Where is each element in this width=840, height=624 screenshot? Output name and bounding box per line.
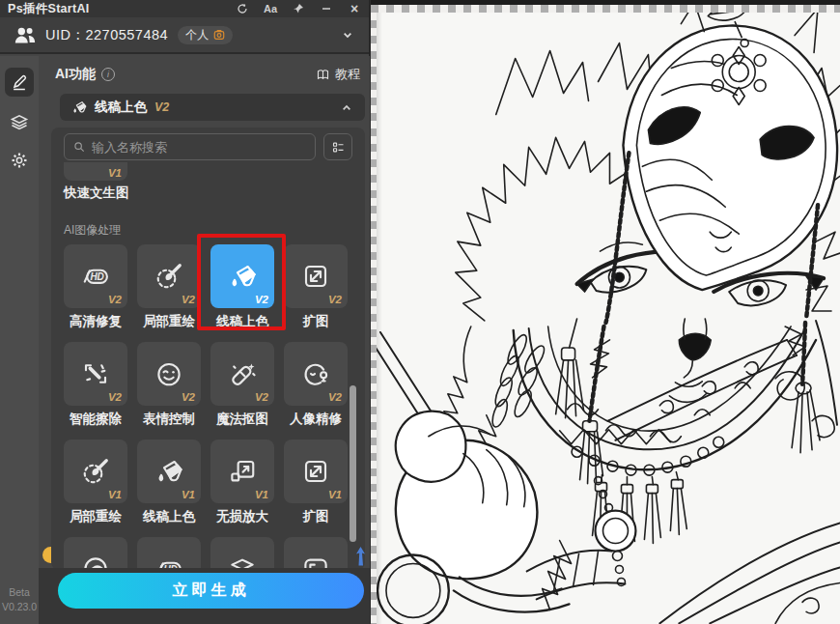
tool-label: 智能擦除 bbox=[64, 411, 127, 428]
cursor-arrow-icon bbox=[354, 546, 367, 567]
enlarge-icon bbox=[228, 457, 257, 486]
search-icon bbox=[72, 140, 86, 154]
uid-label: UID： bbox=[45, 26, 85, 44]
tool-smart-erase-v2[interactable]: V2 bbox=[64, 342, 127, 406]
panel-content: AI功能 i 教程 线稿上色 V2 bbox=[39, 56, 370, 624]
version-label: V0.23.0 bbox=[0, 600, 39, 614]
info-icon[interactable]: i bbox=[101, 68, 115, 81]
tool-magic-cutout-v2[interactable]: V2 bbox=[210, 342, 274, 406]
tool-inpaint-v1[interactable]: V1 bbox=[64, 440, 127, 503]
collapse-header-lineart[interactable]: 线稿上色 V2 bbox=[60, 94, 365, 121]
tool-cell-outpaint-v2: V2扩图 bbox=[284, 244, 348, 330]
uid-value: 2270557484 bbox=[85, 27, 168, 43]
bottom-bar: 立即生成 bbox=[39, 568, 370, 624]
tutorial-label: 教程 bbox=[335, 66, 360, 83]
minimize-icon[interactable] bbox=[320, 2, 333, 15]
tool-expression-v2[interactable]: V2 bbox=[137, 342, 201, 406]
list-view-toggle[interactable] bbox=[323, 133, 352, 160]
section-title: AI功能 bbox=[55, 66, 96, 83]
font-size-icon[interactable]: Aa bbox=[264, 2, 277, 15]
tool-layers-tool[interactable] bbox=[210, 537, 274, 570]
account-type-badge[interactable]: 个人 bbox=[178, 26, 233, 44]
tool-cell-tone-tool bbox=[64, 537, 127, 570]
chevron-up-icon[interactable] bbox=[339, 100, 353, 115]
tool-hd-repair-v2[interactable]: HDV2 bbox=[64, 244, 127, 308]
tool-quick-t2i[interactable]: V1 bbox=[64, 162, 127, 181]
tool-label: 表情控制 bbox=[137, 411, 201, 428]
pin-icon[interactable] bbox=[292, 2, 305, 15]
generate-button[interactable]: 立即生成 bbox=[58, 573, 364, 609]
expand-icon bbox=[301, 262, 330, 291]
canvas-edge-shadow bbox=[377, 0, 382, 624]
version-badge: V2 bbox=[255, 391, 268, 403]
scrollbar-thumb[interactable] bbox=[350, 385, 356, 542]
tool-lineart-color-v2[interactable]: V2 bbox=[210, 244, 274, 308]
transparency-checker-left bbox=[371, 5, 377, 624]
tools-panel: V1 快速文生图 AI图像处理 HDV2高清修复V2局部重绘V2线稿上色V2扩图… bbox=[51, 128, 365, 570]
titlebar: Ps插件StartAI Aa × bbox=[0, 0, 369, 17]
section-label-image-processing: AI图像处理 bbox=[64, 222, 121, 239]
paint-bucket-icon bbox=[71, 99, 87, 115]
chevron-down-icon[interactable] bbox=[340, 27, 355, 43]
tool-label: 扩图 bbox=[284, 313, 348, 330]
expand-icon bbox=[301, 457, 330, 486]
app-window: Ps插件StartAI Aa × UID： 2270557484 个人 bbox=[0, 0, 840, 624]
tool-label: 线稿上色 bbox=[137, 508, 201, 525]
tool-cell-hd-repair-v2: HDV2高清修复 bbox=[64, 244, 127, 330]
document-canvas[interactable] bbox=[371, 0, 840, 624]
face-icon bbox=[301, 359, 330, 388]
collapse-title: 线稿上色 bbox=[95, 99, 147, 116]
version-badge: V1 bbox=[108, 167, 122, 179]
tool-lossless-upscale[interactable]: V1 bbox=[210, 440, 274, 503]
version-badge: V1 bbox=[108, 489, 122, 500]
id-badge-icon bbox=[213, 29, 225, 41]
wand-icon bbox=[228, 359, 257, 388]
tool-photo-face-tool[interactable] bbox=[284, 537, 348, 570]
tool-cell-layers-tool bbox=[210, 537, 274, 570]
smiley-icon bbox=[154, 359, 183, 388]
version-badge: V2 bbox=[108, 391, 122, 403]
tool-lineart-color-v1[interactable]: V1 bbox=[137, 440, 201, 503]
wand-erase-icon bbox=[81, 359, 110, 388]
version-badge: V2 bbox=[182, 391, 195, 403]
tool-outpaint-v1[interactable]: V1 bbox=[284, 440, 348, 503]
tool-cell-smart-erase-v2: V2智能擦除 bbox=[64, 342, 127, 428]
tool-inpaint-v2[interactable]: V2 bbox=[137, 244, 201, 308]
tool-cell-expression-v2: V2表情控制 bbox=[137, 342, 201, 428]
close-icon[interactable]: × bbox=[348, 2, 361, 15]
search-box[interactable] bbox=[64, 133, 316, 160]
tutorial-link[interactable]: 教程 bbox=[316, 66, 360, 83]
account-row: UID： 2270557484 个人 bbox=[0, 17, 369, 54]
tool-cell-photo-face-tool bbox=[284, 537, 348, 570]
lineart-fox-artwork bbox=[371, 0, 840, 624]
tools-grid: HDV2高清修复V2局部重绘V2线稿上色V2扩图V2智能擦除V2表情控制V2魔法… bbox=[64, 244, 348, 570]
user-icon bbox=[14, 25, 37, 44]
version-badge: V1 bbox=[182, 489, 195, 500]
beta-label: Beta bbox=[0, 585, 39, 600]
tool-cell-magic-cutout-v2: V2魔法抠图 bbox=[210, 342, 274, 428]
hd-icon: HD bbox=[81, 262, 110, 291]
refresh-icon[interactable] bbox=[236, 2, 249, 15]
brush-icon bbox=[154, 262, 183, 291]
book-icon bbox=[316, 68, 330, 82]
list-layout-icon bbox=[331, 140, 346, 155]
search-input[interactable] bbox=[92, 140, 307, 155]
sidebar-item-settings[interactable] bbox=[10, 151, 29, 170]
tool-hd-tool[interactable]: HD bbox=[137, 537, 201, 570]
tool-portrait-v2[interactable]: V2 bbox=[284, 342, 348, 406]
tool-cell-lineart-color-v2: V2线稿上色 bbox=[210, 244, 274, 330]
tool-cell-outpaint-v1: V1扩图 bbox=[284, 440, 348, 525]
bucket-icon bbox=[154, 457, 183, 486]
window-title: Ps插件StartAI bbox=[8, 1, 90, 17]
tool-label: 局部重绘 bbox=[64, 508, 127, 525]
sidebar-item-edit[interactable] bbox=[5, 68, 34, 97]
sidebar-item-layers[interactable] bbox=[10, 112, 29, 131]
tool-sidebar: Beta V0.23.0 bbox=[0, 56, 39, 624]
bucket-icon bbox=[228, 262, 257, 291]
tool-label: 无损放大 bbox=[210, 508, 274, 525]
tool-label-quick-t2i: 快速文生图 bbox=[64, 184, 129, 202]
tool-label: 局部重绘 bbox=[137, 313, 201, 330]
tool-tone-tool[interactable] bbox=[64, 537, 127, 570]
tool-outpaint-v2[interactable]: V2 bbox=[284, 244, 348, 308]
version-badge: V2 bbox=[182, 294, 195, 305]
